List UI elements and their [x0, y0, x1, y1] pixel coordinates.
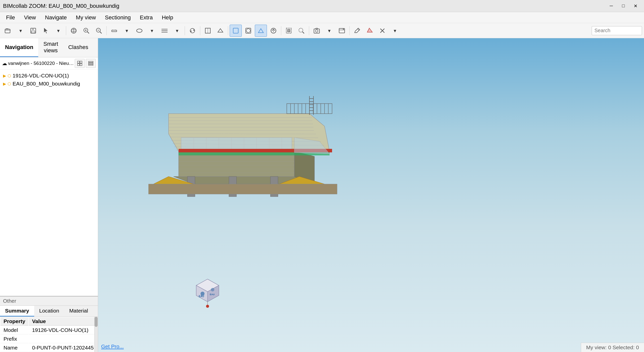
snapshot-arrow-button[interactable]: ▾ — [323, 25, 335, 37]
scroll-thumb[interactable] — [95, 317, 98, 327]
svg-rect-52 — [89, 61, 93, 62]
lines-button[interactable] — [158, 25, 171, 37]
zoom-fit-button[interactable] — [283, 25, 295, 37]
props-scroll-area: Property Value Model19126-VDL-CON-UO(1)P… — [0, 317, 98, 352]
svg-point-119 — [200, 292, 205, 296]
other-header: Other — [0, 296, 98, 306]
app-title: BIMcollab ZOOM: EAU_B00_M00_bouwkundig — [3, 3, 119, 9]
separator-1 — [66, 26, 66, 35]
box-section-button[interactable] — [202, 25, 214, 37]
sync-button[interactable] — [186, 25, 198, 37]
wireframe-view-button[interactable] — [242, 25, 254, 37]
separator-5 — [228, 26, 228, 35]
svg-rect-3 — [31, 31, 35, 33]
menu-my-view[interactable]: My view — [72, 13, 100, 22]
prop-value: 19126-VDL-CON-UO(1) — [29, 326, 97, 334]
tab-location[interactable]: Location — [34, 306, 64, 317]
scroll-bar[interactable] — [94, 317, 98, 352]
menu-bar: File View Navigate My view Sectioning Ex… — [0, 12, 644, 23]
tab-clashes[interactable]: Clashes — [63, 38, 93, 57]
clip-plane-button[interactable] — [214, 25, 226, 37]
svg-line-37 — [302, 32, 304, 33]
menu-sectioning[interactable]: Sectioning — [101, 13, 135, 22]
lines-arrow-button[interactable]: ▾ — [171, 25, 183, 37]
clear-button[interactable] — [376, 25, 388, 37]
separator-3 — [185, 26, 185, 35]
svg-rect-2 — [32, 28, 34, 30]
markup-button[interactable] — [351, 25, 363, 37]
table-row: Model19126-VDL-CON-UO(1) — [1, 326, 97, 334]
svg-rect-0 — [5, 29, 10, 33]
menu-navigate[interactable]: Navigate — [41, 13, 71, 22]
svg-text:EAU: EAU — [210, 293, 215, 296]
save-button[interactable] — [27, 25, 39, 37]
pointer-arrow-button[interactable]: ▾ — [52, 25, 64, 37]
clear-arrow-button[interactable]: ▾ — [389, 25, 401, 37]
tree-item-label-2: EAU_B00_M00_bouwkundig — [13, 81, 80, 87]
erase-button[interactable] — [364, 25, 376, 37]
svg-line-12 — [100, 32, 102, 33]
svg-rect-53 — [89, 63, 93, 64]
measure-arrow-button[interactable]: ▾ — [121, 25, 133, 37]
svg-rect-35 — [288, 29, 290, 32]
svg-rect-29 — [246, 28, 251, 33]
solid-view-button[interactable] — [230, 25, 242, 37]
view-sync-button[interactable] — [267, 25, 279, 37]
table-row: Prefix — [1, 335, 97, 343]
svg-point-42 — [343, 29, 344, 30]
menu-help[interactable]: Help — [158, 13, 177, 22]
svg-marker-44 — [367, 28, 372, 32]
tree-grid-view-button[interactable] — [75, 59, 85, 68]
properties-table: Property Value Model19126-VDL-CON-UO(1)P… — [0, 317, 98, 352]
clip-oval-button[interactable] — [133, 25, 145, 37]
svg-point-39 — [315, 30, 318, 32]
screenshot-button[interactable] — [336, 25, 348, 37]
navigation-cube[interactable]: EAU EAU — [194, 277, 219, 302]
clip-arrow-button[interactable]: ▾ — [146, 25, 158, 37]
tree-item-bouwkundig[interactable]: ▶ ⬡ EAU_B00_M00_bouwkundig — [0, 80, 98, 88]
minimize-button[interactable]: ─ — [606, 2, 617, 10]
col-property: Property — [1, 317, 28, 326]
measure-button[interactable] — [108, 25, 120, 37]
separator-2 — [106, 26, 107, 35]
perspective-button[interactable] — [255, 25, 267, 37]
tree-item-vdl[interactable]: ▶ ⬡ 19126-VDL-CON-UO(1) — [0, 72, 98, 80]
get-pro-link[interactable]: Get Pro... — [99, 343, 126, 350]
svg-rect-51 — [80, 64, 82, 66]
svg-point-20 — [137, 29, 142, 32]
tab-navigation[interactable]: Navigation — [0, 38, 38, 57]
tab-material[interactable]: Material — [64, 306, 93, 317]
viewport[interactable]: EAU EAU Get Pro... My view: 0 Selected: … — [98, 38, 644, 352]
svg-line-8 — [87, 32, 89, 33]
left-panel: Navigation Smart views Clashes Issues ☁ … — [0, 38, 98, 352]
svg-rect-14 — [112, 30, 117, 32]
model-label: vanwijnen - 56100220 - Nieuwbouw RRP ter… — [8, 61, 74, 66]
svg-point-121 — [206, 305, 209, 308]
menu-extra[interactable]: Extra — [136, 13, 157, 22]
maximize-button[interactable]: □ — [618, 2, 629, 10]
svg-rect-28 — [233, 28, 238, 33]
svg-rect-48 — [77, 61, 79, 63]
tab-smart-views[interactable]: Smart views — [38, 38, 63, 57]
svg-rect-49 — [80, 61, 82, 63]
pointer-button[interactable] — [40, 25, 52, 37]
tree-list-view-button[interactable] — [86, 59, 96, 68]
zoom-out-button[interactable] — [93, 25, 105, 37]
col-value: Value — [29, 317, 97, 326]
tab-summary[interactable]: Summary — [0, 306, 34, 317]
expand-icon: ▶ — [3, 73, 6, 78]
tree-controls: ☁ vanwijnen - 56100220 - Nieuwbouw RRP t… — [0, 57, 98, 70]
orbit-button[interactable] — [68, 25, 80, 37]
svg-marker-26 — [218, 29, 223, 32]
close-button[interactable]: ✕ — [630, 2, 641, 10]
open-button[interactable] — [2, 25, 14, 37]
snapshot-button[interactable] — [311, 25, 323, 37]
menu-view[interactable]: View — [20, 13, 40, 22]
search-input[interactable] — [592, 26, 642, 35]
open-arrow-button[interactable]: ▾ — [15, 25, 27, 37]
zoom-selected-button[interactable] — [295, 25, 307, 37]
menu-file[interactable]: File — [2, 13, 19, 22]
model-icon-2: ⬡ — [8, 81, 11, 86]
svg-marker-30 — [246, 28, 251, 33]
zoom-in-button[interactable] — [80, 25, 92, 37]
